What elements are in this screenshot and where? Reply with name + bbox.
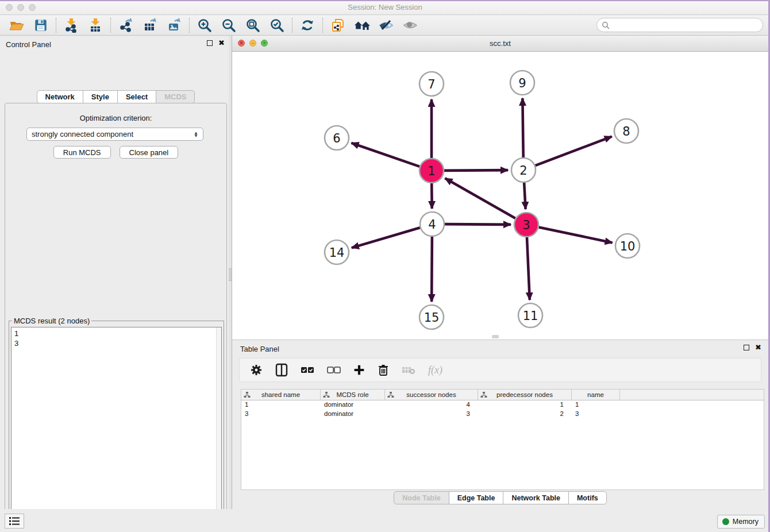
refresh-view-button[interactable] [295,17,319,34]
column-header-name[interactable]: name [572,390,620,400]
deselect-all-button[interactable] [327,366,341,374]
tab-network-table[interactable]: Network Table [503,491,569,504]
optimization-criterion-select[interactable]: strongly connected component ▲▼ [26,128,203,141]
graph-node-11[interactable]: 11 [518,303,542,327]
export-network-button[interactable] [114,17,138,34]
graph-edge-2-8[interactable] [536,137,612,166]
toolbar-separator [110,18,111,33]
tab-edge-table[interactable]: Edge Table [449,491,504,504]
split-view-button[interactable] [275,363,288,377]
graph-edge-2-9[interactable] [522,98,523,157]
column-header-predecessor-nodes[interactable]: predecessor nodes [478,390,572,400]
copy-share-button[interactable] [326,17,350,34]
network-canvas[interactable]: 7968124314101511 [232,52,768,339]
graph-node-label: 7 [428,78,435,91]
graph-node-9[interactable]: 9 [510,71,534,95]
save-session-button[interactable] [29,17,53,34]
open-session-button[interactable] [5,17,29,34]
tab-motifs[interactable]: Motifs [568,491,607,504]
table-row[interactable]: 3dominator323 [241,410,764,419]
tab-network[interactable]: Network [37,90,83,103]
graph-edge-3-1[interactable] [445,178,515,218]
import-network-button[interactable] [59,17,83,34]
graph-edge-4-15[interactable] [432,237,432,302]
graph-node-8[interactable]: 8 [614,119,638,143]
toolbar-separator [322,18,323,33]
import-table-icon [88,18,103,33]
search-input[interactable] [610,21,763,29]
delete-table-button[interactable] [402,365,415,375]
column-header-mcds-role[interactable]: MCDS role [321,390,385,400]
float-table-panel-icon[interactable] [744,345,749,350]
tab-node-table[interactable]: Node Table [394,491,449,504]
result-scrollbar[interactable] [216,327,221,532]
table-tabs: Node Table Edge Table Network Table Moti… [232,491,768,504]
toolbar-separator [189,18,190,33]
graph-node-1[interactable]: 1 [419,159,444,183]
float-panel-icon[interactable] [207,40,213,46]
control-panel-header: Control Panel ✖ [0,36,232,53]
close-panel-button[interactable]: Close panel [120,146,179,159]
canvas-scroll-grip[interactable] [492,335,499,338]
graph-edge-2-3[interactable] [524,183,525,209]
table-cell-empty [620,400,764,410]
zoom-in-button[interactable] [192,17,217,34]
export-network-icon [118,18,133,33]
zoom-selected-button[interactable] [265,17,289,34]
delete-table-icon [402,365,415,375]
hide-panels-button[interactable] [374,17,398,34]
table-settings-button[interactable] [250,364,263,376]
graph-node-14[interactable]: 14 [325,240,349,264]
network-view-window: ✕ − + scc.txt 7968124314101511 [232,36,768,340]
close-panel-icon[interactable]: ✖ [218,40,225,46]
column-header-successor-nodes[interactable]: successor nodes [385,390,478,400]
tab-select[interactable]: Select [117,90,156,103]
toolbar-separator [56,18,56,33]
graph-node-15[interactable]: 15 [419,305,444,329]
mcds-result-textarea[interactable]: 13 [11,327,222,532]
add-column-button[interactable] [353,364,365,376]
memory-button[interactable]: Memory [717,515,765,529]
graph-node-2[interactable]: 2 [511,158,536,182]
graph-edge-4-3[interactable] [445,224,511,225]
import-table-button[interactable] [83,17,107,34]
graph-edge-1-6[interactable] [352,143,420,167]
graph-edge-4-14[interactable] [352,228,420,248]
graph-node-10[interactable]: 10 [615,234,640,258]
select-all-button[interactable] [301,366,314,374]
graph-node-6[interactable]: 6 [325,126,349,150]
main-toolbar [0,16,770,36]
table-panel-header: Table Panel ✖ [232,340,768,357]
tab-style[interactable]: Style [83,90,118,103]
tab-mcds[interactable]: MCDS [156,90,195,103]
graph-edge-3-11[interactable] [527,237,530,300]
search-field[interactable] [596,18,763,32]
home-layout-button[interactable] [350,17,374,34]
table-cell: 1 [241,400,321,410]
zoom-fit-button[interactable] [241,17,265,34]
list-icon [9,516,20,526]
column-header-shared-name[interactable]: shared name [241,390,321,400]
export-image-button[interactable] [162,17,186,34]
network-window-titlebar[interactable]: ✕ − + scc.txt [232,36,768,52]
graph-node-7[interactable]: 7 [419,72,444,96]
status-bar: Memory [0,509,770,532]
close-table-panel-icon[interactable]: ✖ [755,345,761,350]
node-table-header: shared name MCDS role [241,390,764,400]
task-history-button[interactable] [5,514,24,529]
show-panels-button[interactable] [398,17,422,34]
export-table-button[interactable] [138,17,162,34]
table-cell: 3 [572,410,620,419]
graph-edge-1-2[interactable] [444,170,508,171]
selected-option-label: strongly connected component [32,130,194,138]
delete-column-button[interactable] [378,364,389,376]
open-folder-icon [9,18,24,33]
graph-node-4[interactable]: 4 [420,212,444,236]
graph-edge-3-10[interactable] [539,228,613,243]
table-row[interactable]: 1dominator411 [241,400,764,410]
graph-node-3[interactable]: 3 [514,213,538,237]
function-builder-button[interactable]: f(x) [428,364,442,376]
zoom-out-button[interactable] [217,17,241,34]
run-mcds-button[interactable]: Run MCDS [53,146,111,159]
mcds-result-title: MCDS result (2 nodes) [12,317,91,325]
